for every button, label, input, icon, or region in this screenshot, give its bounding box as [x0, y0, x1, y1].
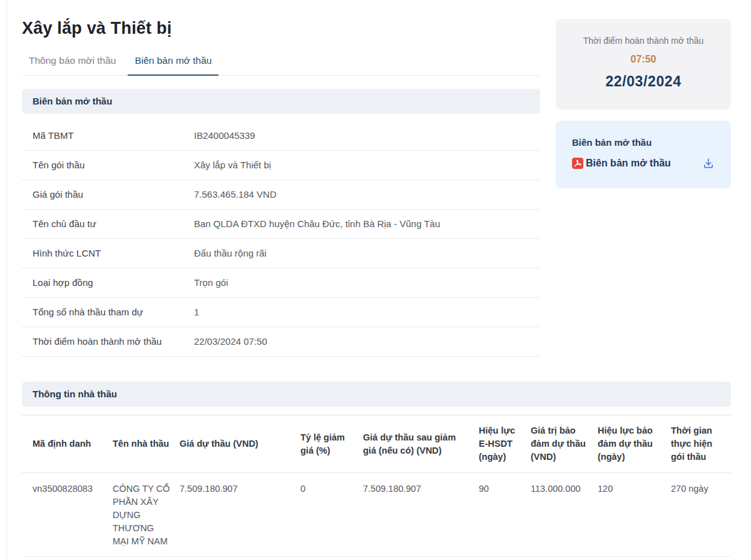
field-value: 22/03/2024 07:50 [194, 335, 540, 347]
table-row: vn3500828083 CÔNG TY CỔ PHẦN XÂY DỰNG TH… [22, 473, 731, 557]
download-file-row[interactable]: Biên bản mở thầu [572, 157, 715, 170]
bid-detail-page: Xây lắp và Thiết bị Thông báo mời thầu B… [22, 19, 731, 557]
download-icon [702, 157, 715, 170]
pdf-file-icon [572, 158, 583, 169]
field-label: Tổng số nhà thầu tham dự [33, 306, 194, 318]
table-header-row: Mã định danh Tên nhà thầu Giá dự thầu (V… [22, 415, 731, 473]
detail-row-tong-so-nha-thau: Tổng số nhà thầu tham dự 1 [22, 298, 540, 327]
cell-hieu-luc-bao-dam: 120 [598, 473, 671, 557]
detail-row-thoi-diem-hoan-thanh: Thời điểm hoàn thành mở thầu 22/03/2024 … [22, 327, 540, 357]
field-label: Tên gói thầu [33, 159, 194, 171]
field-label: Hình thức LCNT [33, 247, 194, 259]
tab-bien-ban-mo-thau[interactable]: Biên bản mở thầu [128, 55, 218, 75]
cell-gia-sau-giam-gia: 7.509.180.907 [363, 473, 479, 557]
detail-row-loai-hop-dong: Loại hợp đồng Trọn gói [22, 268, 540, 298]
cell-hieu-luc-ehsdt: 90 [479, 473, 531, 557]
col-gia-tri-bao-dam: Giá trị bảo đảm dự thầu (VND) [531, 415, 598, 473]
bid-opening-details: Mã TBMT IB2400045339 Tên gói thầu Xây lắ… [22, 121, 540, 357]
field-label: Loại hợp đồng [33, 277, 194, 288]
tab-bar: Thông báo mời thầu Biên bản mở thầu [22, 55, 540, 76]
field-label: Giá gói thầu [33, 188, 194, 200]
col-ten-nha-thau: Tên nhà thầu [113, 415, 180, 473]
cell-gia-tri-bao-dam: 113.000.000 [531, 473, 598, 557]
contractors-section: Thông tin nhà thầu Mã định danh Tên nhà … [22, 382, 731, 557]
field-label: Thời điểm hoàn thành mở thầu [33, 335, 194, 347]
completion-time-value: 07:50 [568, 54, 718, 65]
cell-ma-dinh-danh: vn3500828083 [22, 473, 113, 557]
detail-row-hinh-thuc-lcnt: Hình thức LCNT Đấu thầu rộng rãi [22, 239, 540, 268]
col-gia-du-thau: Giá dự thầu (VND) [180, 415, 300, 473]
col-thoi-gian-thuc-hien: Thời gian thực hiện gói thầu [671, 415, 731, 473]
sidebar: Thời điểm hoàn thành mở thầu 07:50 22/03… [556, 19, 731, 357]
field-value: IB2400045339 [194, 130, 540, 141]
page-left-divider [6, 0, 7, 560]
completion-time-label: Thời điểm hoàn thành mở thầu [568, 36, 718, 46]
col-ma-dinh-danh: Mã định danh [22, 415, 113, 473]
contractors-table: Mã định danh Tên nhà thầu Giá dự thầu (V… [22, 415, 731, 557]
download-file-label[interactable]: Biên bản mở thầu [586, 158, 671, 169]
detail-row-gia-goi-thau: Giá gói thầu 7.563.465.184 VND [22, 180, 540, 210]
main-content: Xây lắp và Thiết bị Thông báo mời thầu B… [22, 19, 540, 357]
col-hieu-luc-ehsdt: Hiệu lực E-HSDT (ngày) [479, 415, 531, 473]
cell-ten-nha-thau: CÔNG TY CỔ PHẦN XÂY DỰNG THƯƠNG MẠI MỸ N… [113, 473, 180, 557]
bid-opening-download-card: Biên bản mở thầu Biên bản mở thầu [556, 121, 731, 188]
col-gia-sau-giam-gia: Giá dự thầu sau giảm giá (nếu có) (VND) [363, 415, 479, 473]
completion-date-value: 22/03/2024 [568, 73, 718, 90]
cell-thoi-gian-thuc-hien: 270 ngày [671, 473, 731, 557]
cell-gia-du-thau: 7.509.180.907 [180, 473, 300, 557]
field-label: Tên chủ đầu tư [33, 218, 194, 230]
bid-opening-section-header: Biên bản mở thầu [22, 89, 540, 114]
field-value: 7.563.465.184 VND [194, 188, 540, 200]
contractors-section-header: Thông tin nhà thầu [22, 382, 731, 407]
page-title: Xây lắp và Thiết bị [22, 19, 540, 38]
field-value: Đấu thầu rộng rãi [194, 247, 540, 259]
field-label: Mã TBMT [33, 130, 194, 141]
field-value: Xây lắp và Thiết bị [194, 159, 540, 171]
download-button[interactable] [702, 157, 715, 170]
col-ty-le-giam-gia: Tỷ lệ giảm giá (%) [300, 415, 363, 473]
col-hieu-luc-bao-dam: Hiệu lực bảo đảm dự thầu (ngày) [598, 415, 671, 473]
completion-time-card: Thời điểm hoàn thành mở thầu 07:50 22/03… [556, 19, 731, 109]
cell-ty-le-giam-gia: 0 [300, 473, 363, 557]
tab-thong-bao-moi-thau[interactable]: Thông báo mời thầu [22, 55, 123, 75]
detail-row-ma-tbmt: Mã TBMT IB2400045339 [22, 121, 540, 151]
field-value: Trọn gói [194, 277, 540, 288]
download-card-title: Biên bản mở thầu [572, 137, 715, 148]
field-value: 1 [194, 306, 540, 318]
detail-row-ten-goi-thau: Tên gói thầu Xây lắp và Thiết bị [22, 151, 540, 180]
detail-row-ten-chu-dau-tu: Tên chủ đầu tư Ban QLDA ĐTXD huyện Châu … [22, 210, 540, 239]
field-value: Ban QLDA ĐTXD huyện Châu Đức, tỉnh Bà Rị… [194, 218, 540, 230]
